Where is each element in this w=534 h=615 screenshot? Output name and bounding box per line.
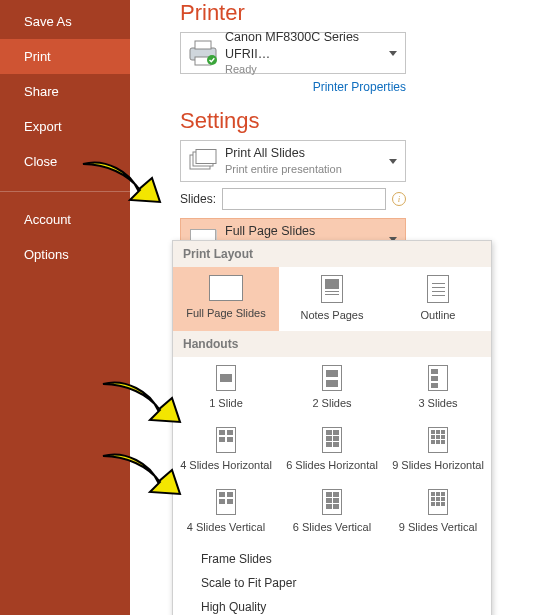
opt-4-slides-v[interactable]: 4 Slides Vertical bbox=[173, 481, 279, 543]
sidebar-divider bbox=[0, 191, 130, 192]
opt-scale-to-fit[interactable]: Scale to Fit Paper bbox=[173, 571, 491, 595]
opt-high-quality[interactable]: High Quality bbox=[173, 595, 491, 615]
slides-label: Slides: bbox=[180, 192, 216, 206]
sidebar: Save As Print Share Export Close Account… bbox=[0, 0, 130, 615]
sidebar-item-print[interactable]: Print bbox=[0, 39, 130, 74]
sidebar-item-account[interactable]: Account bbox=[0, 202, 130, 237]
opt-full-page-slides[interactable]: Full Page Slides bbox=[173, 267, 279, 331]
sidebar-item-close[interactable]: Close bbox=[0, 144, 130, 179]
print-range-sub: Print entire presentation bbox=[225, 162, 405, 177]
print-range-selector[interactable]: Print All Slides Print entire presentati… bbox=[180, 140, 406, 182]
svg-rect-6 bbox=[196, 150, 216, 164]
svg-rect-1 bbox=[195, 41, 211, 49]
chevron-down-icon bbox=[389, 51, 397, 56]
opt-2-slides[interactable]: 2 Slides bbox=[279, 357, 385, 419]
opt-frame-slides[interactable]: Frame Slides bbox=[173, 547, 491, 571]
layout-options-list: Frame Slides Scale to Fit Paper High Qua… bbox=[173, 543, 491, 615]
print-range-title: Print All Slides bbox=[225, 145, 405, 162]
chevron-down-icon bbox=[389, 159, 397, 164]
opt-6-slides-v[interactable]: 6 Slides Vertical bbox=[279, 481, 385, 543]
opt-3-slides[interactable]: 3 Slides bbox=[385, 357, 491, 419]
group-handouts: Handouts bbox=[173, 331, 491, 357]
printer-heading: Printer bbox=[180, 0, 522, 26]
opt-4-slides-h[interactable]: 4 Slides Horizontal bbox=[173, 419, 279, 481]
printer-status: Ready bbox=[225, 62, 405, 77]
group-print-layout: Print Layout bbox=[173, 241, 491, 267]
sidebar-item-share[interactable]: Share bbox=[0, 74, 130, 109]
sidebar-item-save-as[interactable]: Save As bbox=[0, 4, 130, 39]
opt-outline[interactable]: Outline bbox=[385, 267, 491, 331]
layout-title: Full Page Slides bbox=[225, 223, 405, 240]
opt-1-slide[interactable]: 1 Slide bbox=[173, 357, 279, 419]
opt-9-slides-h[interactable]: 9 Slides Horizontal bbox=[385, 419, 491, 481]
slides-input[interactable] bbox=[222, 188, 386, 210]
opt-6-slides-h[interactable]: 6 Slides Horizontal bbox=[279, 419, 385, 481]
printer-icon bbox=[181, 33, 225, 73]
opt-notes-pages[interactable]: Notes Pages bbox=[279, 267, 385, 331]
printer-properties-link[interactable]: Printer Properties bbox=[180, 80, 406, 94]
opt-9-slides-v[interactable]: 9 Slides Vertical bbox=[385, 481, 491, 543]
sidebar-item-options[interactable]: Options bbox=[0, 237, 130, 272]
settings-heading: Settings bbox=[180, 108, 522, 134]
slides-stack-icon bbox=[181, 141, 225, 181]
sidebar-item-export[interactable]: Export bbox=[0, 109, 130, 144]
printer-name: Canon MF8300C Series UFRII… bbox=[225, 29, 405, 63]
printer-selector[interactable]: Canon MF8300C Series UFRII… Ready bbox=[180, 32, 406, 74]
layout-popup: Print Layout Full Page Slides Notes Page… bbox=[172, 240, 492, 615]
info-icon[interactable]: i bbox=[392, 192, 406, 206]
